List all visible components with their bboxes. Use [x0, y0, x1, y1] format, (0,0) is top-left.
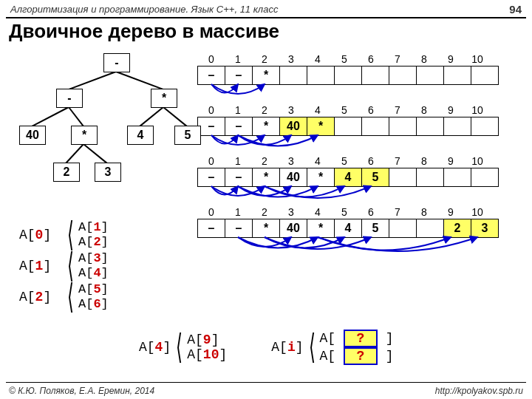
array-cell: –	[197, 219, 225, 238]
array-cell: –	[197, 168, 225, 187]
index-mappings: A[0]⟨A[1]A[2]A[1]⟨A[3]A[4]A[2]⟨A[5]A[6]	[19, 219, 109, 313]
array-cell: *	[252, 219, 280, 238]
array-cell: *	[252, 168, 280, 187]
array-cell	[471, 66, 499, 85]
array-cell	[389, 168, 417, 187]
array-cell	[307, 66, 335, 85]
array-cell	[334, 117, 362, 136]
array-cell	[471, 117, 499, 136]
col-index: 4	[304, 104, 331, 116]
col-index: 4	[304, 155, 331, 167]
col-index: 10	[464, 206, 491, 218]
array-cell: 5	[361, 219, 389, 238]
col-index: 0	[198, 206, 225, 218]
array-cell	[471, 168, 499, 187]
col-index: 10	[464, 155, 491, 167]
footer-url: http://kpolyakov.spb.ru	[435, 386, 523, 396]
col-index: 1	[225, 53, 251, 65]
array-cell: *	[307, 117, 335, 136]
col-index: 0	[198, 155, 225, 167]
array-cell: –	[225, 66, 253, 85]
col-index: 2	[251, 104, 278, 116]
col-index: 7	[384, 206, 411, 218]
col-index: 7	[384, 155, 411, 167]
tree-node: 40	[19, 126, 46, 145]
tree-node: *	[71, 126, 98, 145]
array-cell: 2	[443, 219, 471, 238]
array-visualizations: 012345678910––*012345678910––*40*0123456…	[198, 53, 499, 257]
tree-node: *	[151, 89, 177, 108]
mapping-row: A[2]⟨A[5]A[6]	[19, 282, 109, 312]
array-cell	[416, 168, 444, 187]
tree-node: 4	[127, 126, 154, 145]
col-index: 9	[437, 104, 464, 116]
mapping-row: A[0]⟨A[1]A[2]	[19, 220, 109, 250]
col-index: 8	[411, 206, 437, 218]
array-cell	[443, 66, 471, 85]
col-index: 4	[304, 206, 331, 218]
array-cell	[389, 66, 417, 85]
col-index: 6	[358, 155, 384, 167]
col-index: 3	[278, 155, 304, 167]
array-cell	[416, 117, 444, 136]
tree-node: 5	[174, 126, 201, 145]
col-index: 9	[437, 155, 464, 167]
col-index: 0	[198, 53, 225, 65]
col-index: 1	[225, 206, 251, 218]
col-index: 5	[331, 104, 358, 116]
col-index: 3	[278, 53, 304, 65]
col-index: 2	[251, 155, 278, 167]
tree-node: 3	[95, 163, 121, 182]
course-label: Алгоритмизация и программирование. Язык …	[10, 4, 278, 15]
array-cell: –	[225, 168, 253, 187]
col-index: 7	[384, 104, 411, 116]
col-index: 6	[358, 206, 384, 218]
array-cell: –	[225, 219, 253, 238]
array-cell: –	[197, 66, 225, 85]
array-cell: –	[225, 117, 253, 136]
array-cell	[361, 117, 389, 136]
col-index: 10	[464, 104, 491, 116]
col-index: 5	[331, 206, 358, 218]
col-index: 10	[464, 53, 491, 65]
col-index: 0	[198, 104, 225, 116]
col-index: 1	[225, 104, 251, 116]
col-index: 3	[278, 206, 304, 218]
tree-node: -	[103, 53, 130, 72]
col-index: 5	[331, 155, 358, 167]
col-index: 8	[411, 104, 437, 116]
page-number: 94	[509, 3, 522, 16]
col-index: 8	[411, 53, 437, 65]
tree-node: 2	[53, 163, 80, 182]
array-cell	[416, 219, 444, 238]
array-cell: 3	[471, 219, 499, 238]
col-index: 9	[437, 206, 464, 218]
array-cell	[443, 117, 471, 136]
array-cell	[389, 117, 417, 136]
binary-tree-diagram: --*40*4523	[15, 53, 192, 216]
general-mapping: A[4]⟨A[9]A[10]A[i]⟨A[ ? ]A[ ? ]	[139, 330, 394, 365]
array-cell: 5	[361, 168, 389, 187]
array-cell	[416, 66, 444, 85]
tree-node: -	[56, 89, 83, 108]
array-cell: 40	[279, 117, 307, 136]
array-cell: 4	[334, 219, 362, 238]
array-cell: *	[307, 219, 335, 238]
col-index: 3	[278, 104, 304, 116]
array-cell: 40	[279, 168, 307, 187]
col-index: 2	[251, 53, 278, 65]
col-index: 6	[358, 53, 384, 65]
col-index: 6	[358, 104, 384, 116]
page-title: Двоичное дерево в массиве	[0, 18, 532, 47]
col-index: 9	[437, 53, 464, 65]
array-cell	[389, 219, 417, 238]
col-index: 7	[384, 53, 411, 65]
array-cell	[443, 168, 471, 187]
col-index: 1	[225, 155, 251, 167]
footer-rule	[6, 382, 526, 383]
col-index: 2	[251, 206, 278, 218]
col-index: 8	[411, 155, 437, 167]
col-index: 5	[331, 53, 358, 65]
array-cell: *	[252, 117, 280, 136]
mapping-row: A[1]⟨A[3]A[4]	[19, 251, 109, 281]
